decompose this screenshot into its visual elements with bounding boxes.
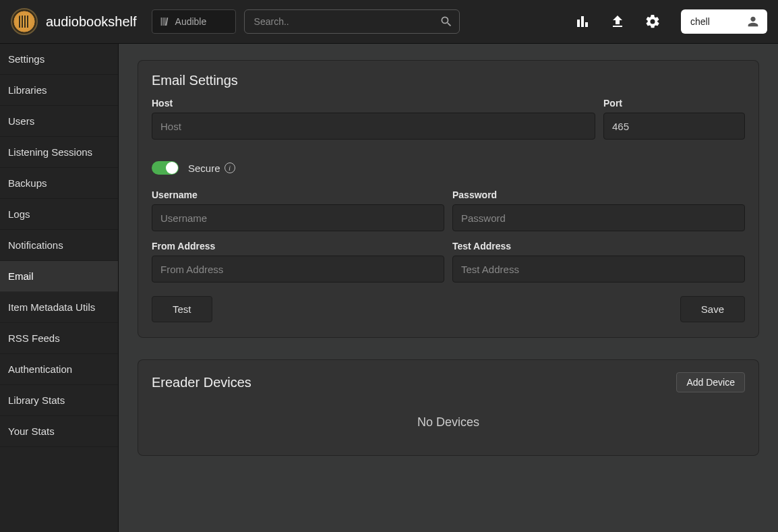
sidebar-item-rss-feeds[interactable]: RSS Feeds — [0, 323, 118, 354]
user-menu[interactable]: chell — [681, 9, 767, 34]
sidebar-item-library-stats[interactable]: Library Stats — [0, 385, 118, 416]
app-header: audiobookshelf Audible chell — [0, 0, 778, 44]
gear-icon[interactable] — [645, 13, 661, 30]
sidebar: SettingsLibrariesUsersListening Sessions… — [0, 44, 119, 532]
ereader-devices-panel: Ereader Devices Add Device No Devices — [138, 359, 759, 456]
secure-label: Secure — [188, 162, 220, 174]
library-selected-label: Audible — [175, 16, 207, 27]
host-input[interactable] — [152, 113, 595, 140]
person-icon — [746, 14, 760, 29]
books-icon — [159, 16, 170, 27]
add-device-button[interactable]: Add Device — [676, 372, 745, 392]
sidebar-item-your-stats[interactable]: Your Stats — [0, 416, 118, 447]
info-icon[interactable]: i — [225, 162, 235, 173]
search-icon — [440, 15, 453, 28]
ereader-title: Ereader Devices — [152, 375, 251, 390]
username-input[interactable] — [152, 204, 444, 231]
app-logo[interactable] — [11, 8, 38, 35]
upload-icon[interactable] — [609, 13, 626, 30]
main-content: Email Settings Host Port Secure i — [119, 44, 778, 532]
user-name: chell — [690, 16, 710, 27]
test-address-label: Test Address — [452, 241, 745, 252]
email-settings-panel: Email Settings Host Port Secure i — [138, 60, 759, 338]
secure-toggle[interactable] — [152, 161, 179, 175]
search-input[interactable] — [244, 9, 460, 34]
email-settings-title: Email Settings — [152, 73, 745, 88]
from-address-input[interactable] — [152, 256, 444, 283]
stats-icon[interactable] — [574, 13, 591, 30]
port-input[interactable] — [603, 113, 745, 140]
port-label: Port — [603, 98, 745, 109]
app-title: audiobookshelf — [46, 14, 137, 30]
test-button[interactable]: Test — [152, 296, 212, 322]
sidebar-item-authentication[interactable]: Authentication — [0, 354, 118, 385]
library-selector[interactable]: Audible — [152, 9, 236, 34]
test-address-input[interactable] — [452, 256, 745, 283]
password-input[interactable] — [452, 204, 745, 231]
sidebar-item-settings[interactable]: Settings — [0, 44, 118, 75]
no-devices-text: No Devices — [152, 399, 745, 440]
sidebar-item-users[interactable]: Users — [0, 106, 118, 137]
sidebar-item-item-metadata-utils[interactable]: Item Metadata Utils — [0, 292, 118, 323]
password-label: Password — [452, 189, 745, 200]
sidebar-item-backups[interactable]: Backups — [0, 168, 118, 199]
sidebar-item-notifications[interactable]: Notifications — [0, 230, 118, 261]
search-container — [244, 9, 460, 34]
host-label: Host — [152, 98, 595, 109]
sidebar-item-libraries[interactable]: Libraries — [0, 75, 118, 106]
sidebar-item-listening-sessions[interactable]: Listening Sessions — [0, 137, 118, 168]
sidebar-item-logs[interactable]: Logs — [0, 199, 118, 230]
from-address-label: From Address — [152, 241, 444, 252]
save-button[interactable]: Save — [680, 296, 745, 322]
username-label: Username — [152, 189, 444, 200]
sidebar-item-email[interactable]: Email — [0, 261, 118, 292]
